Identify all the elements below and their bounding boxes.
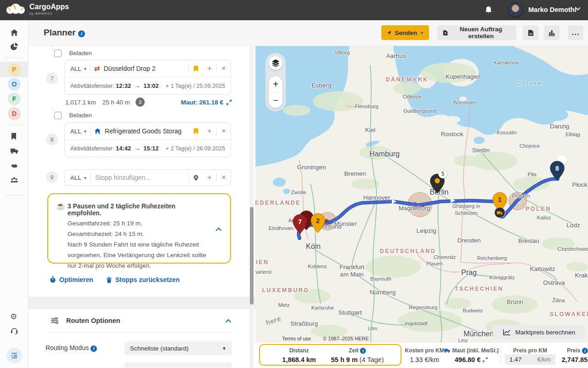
segment-break-badge[interactable]: 3 <box>136 98 145 107</box>
price-info-icon[interactable]: i <box>582 348 588 354</box>
map-pin-2[interactable]: 2 <box>310 213 326 233</box>
time-info-icon[interactable]: i <box>360 348 366 354</box>
more-actions-button[interactable]: ... <box>568 25 583 40</box>
export-pdf-button[interactable] <box>523 25 538 40</box>
segment-toll-link[interactable]: Maut: 261.18 € <box>181 99 223 106</box>
terms-of-use-link[interactable]: Terms of use <box>282 336 311 341</box>
price-per-km-input[interactable]: 1.47€/km <box>505 354 555 365</box>
collapse-advisory-chevron-icon[interactable] <box>215 227 222 231</box>
advisory-line2: Gesamtruhezeit: 24 h 15 m. <box>68 230 144 237</box>
workspace-item-o[interactable]: O <box>8 78 21 91</box>
toll-value[interactable]: 496.80 € <box>455 356 481 363</box>
layers-icon <box>271 59 280 67</box>
collapse-section-chevron-icon[interactable] <box>225 319 232 323</box>
team-icon[interactable] <box>10 176 18 184</box>
routing-mode-select[interactable]: Schnellste (standard) ▼ <box>124 341 232 355</box>
bookmark-stop-icon-7[interactable] <box>189 65 203 72</box>
app-name: CargoApps <box>29 3 69 11</box>
add-stop-icon-8[interactable]: + <box>203 127 216 135</box>
statistics-button[interactable] <box>544 25 560 40</box>
stop-mode-select-8[interactable]: ALL <box>65 128 84 135</box>
break-advisory-box: ☕ 3 Pausen und 2 tägliche Ruhezeiten emp… <box>47 193 231 264</box>
map-controls: + − <box>266 53 286 111</box>
map-pin-icon[interactable] <box>189 174 203 181</box>
advisory-line3: Nach 9 Stunden Fahrt ist eine tägliche R… <box>68 241 206 269</box>
route-map[interactable]: ☕ ViborgAarhusKarlskronaKopenhagenEsberg… <box>255 46 588 343</box>
send-button[interactable]: Senden <box>381 25 429 40</box>
map-pin-1[interactable]: 1 <box>492 192 508 212</box>
zoom-controls: + − <box>269 76 283 108</box>
workspace-item-d[interactable]: D <box>8 107 21 120</box>
line-chart-icon <box>503 329 511 335</box>
settings-gear-icon[interactable]: ⚙ <box>10 312 17 322</box>
map-pin-7[interactable]: 7 <box>292 214 308 234</box>
map-pin-8[interactable]: 8 <box>549 161 565 181</box>
activity-from-7[interactable]: 12:32 <box>116 82 131 89</box>
routing-mode-info-icon[interactable]: i <box>90 345 97 352</box>
route-options-title: Routen Optionen <box>66 317 120 324</box>
panel-scrollbar-track[interactable] <box>249 46 254 368</box>
expand-arrows-icon[interactable] <box>482 357 488 362</box>
remove-stop-icon-9[interactable]: × <box>217 173 231 182</box>
user-avatar[interactable] <box>508 2 523 18</box>
map-layers-button[interactable] <box>269 56 283 70</box>
beladen-checkbox-8[interactable] <box>54 112 62 119</box>
planner-info-icon[interactable]: i <box>78 30 85 37</box>
beladen-row-7: Beladen <box>54 49 92 57</box>
stop-name-7[interactable]: Düsseldorf Drop 2 <box>104 65 188 72</box>
activity-to-7[interactable]: 13:02 <box>143 82 158 89</box>
map-pin-aux[interactable]: 5 <box>430 173 445 194</box>
remove-stop-icon-7[interactable]: × <box>217 64 231 73</box>
routing-mode-label: Routing Modus i <box>45 344 97 352</box>
bookmark-stop-icon-8[interactable] <box>189 128 203 135</box>
file-plus-icon <box>443 29 448 36</box>
optimize-button[interactable]: Optimieren <box>50 276 93 283</box>
trash-icon <box>106 276 112 283</box>
user-name[interactable]: Marko Demothi <box>528 6 577 13</box>
user-menu-chevron-icon[interactable] <box>575 7 581 11</box>
stop-mode-select-9[interactable]: ALL <box>65 174 84 181</box>
home-icon[interactable] <box>10 29 18 37</box>
truck-icon[interactable] <box>10 147 18 155</box>
zoom-in-button[interactable]: + <box>269 76 283 92</box>
route-options-header[interactable]: Routen Optionen <box>28 309 255 332</box>
notifications-bell-icon[interactable] <box>485 6 492 14</box>
add-stop-icon-7[interactable]: + <box>203 64 216 73</box>
stop-mode-select-7[interactable]: ALL <box>65 65 84 72</box>
add-stop-input[interactable]: Stopp hinzufügen... <box>90 174 188 181</box>
expand-arrows-icon[interactable] <box>226 99 232 105</box>
remove-stop-icon-8[interactable]: × <box>217 127 231 135</box>
map-copyright: © 1987–2025 HERE <box>323 336 369 341</box>
bookmark-icon[interactable] <box>10 132 18 141</box>
map-attribution: Terms of use © 1987–2025 HERE <box>282 336 369 341</box>
workspace-item-f[interactable]: F <box>8 92 21 105</box>
divider <box>47 332 231 333</box>
market-price-button[interactable]: Marktpreis berechnen <box>493 325 585 339</box>
vehicle-badge <box>494 207 505 218</box>
zoom-out-button[interactable]: − <box>269 92 283 108</box>
new-order-button[interactable]: Neuen Auftrag erstellen <box>437 25 516 40</box>
reset-stops-button[interactable]: Stopps zurücksetzen <box>106 276 180 283</box>
activity-to-8[interactable]: 15:12 <box>143 145 158 152</box>
activity-from-8[interactable]: 14:42 <box>116 145 131 152</box>
beladen-checkbox-7[interactable] <box>54 50 62 57</box>
next-select-partial[interactable] <box>124 362 232 368</box>
mode-caret-icon: ▾ <box>84 66 90 71</box>
mode-caret-icon: ▾ <box>84 129 90 134</box>
distance-stat: Distanz 1,868.4 km <box>282 347 316 363</box>
pie-chart-icon[interactable] <box>10 42 18 51</box>
workspace-item-p[interactable]: P <box>8 63 21 76</box>
activity-window-label: Aktivitätsfenster: <box>70 145 114 152</box>
add-stop-icon-9[interactable]: + <box>203 173 216 182</box>
stop-name-8[interactable]: Refrigerated Goods Storag <box>105 127 189 135</box>
collapse-panel-button[interactable] <box>6 348 22 363</box>
cost-per-km-stat: Kosten pro KM 1.33 €/km <box>405 347 444 363</box>
handshake-icon[interactable] <box>10 162 18 170</box>
panel-scrollbar-thumb[interactable] <box>250 207 254 305</box>
section-gap <box>28 297 255 309</box>
app-logo[interactable]: CargoApps by IMPARGO <box>6 2 69 17</box>
support-headset-icon[interactable] <box>10 327 18 335</box>
stop-number-8: 8 <box>46 133 58 145</box>
arrow-right-icon: → <box>131 145 143 152</box>
rail-divider-dotted <box>6 125 23 125</box>
